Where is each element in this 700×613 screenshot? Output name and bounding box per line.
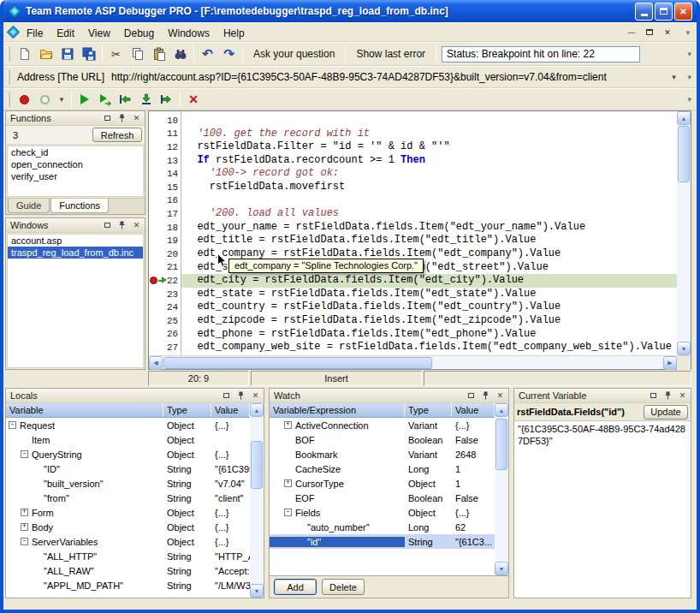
locals-row[interactable]: ItemObject	[6, 432, 250, 447]
expand-icon[interactable]: +	[21, 509, 28, 516]
open-window-item[interactable]: traspd_reg_load_from_db.inc	[8, 247, 143, 259]
column-header[interactable]: Variable/Expression	[270, 403, 405, 417]
breakpoints-dropdown-button[interactable]: ▾	[55, 92, 68, 107]
watch-row[interactable]: BOFBooleanFalse	[270, 432, 495, 447]
watch-vertical-scrollbar[interactable]: ▲ ▼	[495, 403, 508, 575]
vertical-scroll-thumb[interactable]	[495, 419, 507, 470]
menu-file[interactable]: File	[20, 26, 50, 41]
locals-row[interactable]: "from"String"client"	[6, 491, 250, 505]
float-panel-button[interactable]	[648, 390, 659, 402]
debugbar-overflow-chevron[interactable]: ▾	[685, 95, 693, 104]
current-variable-value[interactable]: "{61C395C3-50AF-48B9-95C3-74ad4287DF53}"	[514, 421, 691, 598]
toolbar-grip[interactable]	[8, 69, 10, 85]
menu-help[interactable]: Help	[217, 26, 252, 41]
locals-row[interactable]: "ALL_HTTP"String"HTTP_ACC	[6, 549, 250, 563]
gutter-line-11[interactable]: 11	[149, 128, 181, 141]
locals-row[interactable]: "built_version"String"v7.04"	[6, 476, 250, 491]
code-line-23[interactable]: edt_state = rstFieldData.fields.Item("ed…	[181, 288, 677, 301]
gutter-line-21[interactable]: 21	[149, 261, 181, 275]
pin-panel-button[interactable]	[662, 390, 673, 402]
function-list-item[interactable]: open_connection	[8, 158, 143, 170]
code-line-16[interactable]	[181, 194, 677, 208]
open-file-button[interactable]	[35, 45, 56, 64]
new-file-button[interactable]	[14, 45, 35, 64]
column-header[interactable]: Value	[211, 403, 250, 417]
mdi-minimize-button[interactable]: —	[625, 27, 638, 38]
current-variable-panel-caption[interactable]: Current Variable ✕	[514, 389, 691, 403]
clear-breakpoints-button[interactable]	[34, 90, 55, 109]
code-line-13[interactable]: If rstFieldData.recordcount >= 1 Then	[181, 154, 677, 168]
functions-panel-caption[interactable]: Functions ✕	[6, 111, 145, 126]
float-panel-button[interactable]	[102, 113, 113, 124]
watch-table-header[interactable]: Variable/Expression Type Value	[270, 403, 495, 418]
pin-panel-button[interactable]	[235, 390, 246, 402]
function-list-item[interactable]: verify_user	[8, 170, 143, 182]
code-line-18[interactable]: edt_your_name = rstFieldData.fields.Item…	[181, 221, 677, 235]
locals-row[interactable]: -QueryStringObject{...}	[6, 447, 250, 461]
watch-row[interactable]: "auto_number"Long62	[270, 520, 495, 534]
close-panel-button[interactable]: ✕	[131, 113, 142, 124]
code-line-14[interactable]: '100-> record got ok:	[181, 167, 677, 181]
stop-debug-button[interactable]: ✕	[183, 90, 204, 109]
gutter-line-22[interactable]: 22	[149, 274, 181, 288]
gutter-line-27[interactable]: 27	[149, 341, 181, 354]
float-panel-button[interactable]	[102, 220, 113, 231]
toolbar-grip[interactable]	[8, 46, 10, 62]
code-line-24[interactable]: edt_country = rstFieldData.fields.Item("…	[181, 301, 677, 314]
gutter-line-10[interactable]: 10	[149, 114, 181, 128]
code-line-22[interactable]: edt_city = rstFieldData.fields.Item("edt…	[181, 274, 677, 288]
code-line-12[interactable]: rstFieldData.Filter = "id = '" & id & "'…	[181, 140, 677, 154]
gutter-line-15[interactable]: 15	[149, 181, 181, 194]
code-area[interactable]: '100. get the record with it rstFieldDat…	[181, 111, 677, 355]
add-watch-button[interactable]: Add	[274, 579, 317, 595]
step-into-button[interactable]	[116, 90, 136, 109]
code-line-26[interactable]: edt_phone = rstFieldData.fields.Item("ed…	[181, 328, 677, 342]
column-header[interactable]: Variable	[6, 403, 163, 417]
run-to-cursor-button[interactable]	[95, 90, 116, 109]
editor-horizontal-scrollbar[interactable]: ◀ ▶	[149, 356, 677, 369]
pin-panel-button[interactable]	[116, 220, 128, 231]
toolbar-grip[interactable]	[8, 92, 10, 107]
open-window-item[interactable]: account.asp	[8, 235, 143, 247]
save-all-button[interactable]	[78, 45, 99, 64]
watch-row[interactable]: CacheSizeLong1	[270, 461, 495, 476]
expand-icon[interactable]: +	[21, 523, 28, 531]
gutter-line-23[interactable]: 23	[149, 288, 181, 301]
expand-icon[interactable]: +	[284, 479, 292, 487]
tab-guide[interactable]: Guide	[8, 199, 50, 213]
refresh-button[interactable]: Refresh	[92, 128, 142, 142]
gutter-line-20[interactable]: 20	[149, 247, 181, 261]
menubar-overflow-chevron[interactable]: ▾	[684, 28, 691, 37]
step-out-button[interactable]	[157, 90, 177, 109]
watch-row[interactable]: EOFBooleanFalse	[270, 491, 495, 505]
close-button[interactable]: ✕	[674, 3, 692, 21]
address-dropdown-button[interactable]: ▾	[667, 69, 680, 85]
collapse-icon[interactable]: -	[9, 421, 16, 429]
watch-row[interactable]: +CursorTypeObject1	[270, 476, 495, 491]
address-url-input[interactable]: http://right/account.asp?ID={61C395C3-50…	[111, 71, 667, 83]
locals-row[interactable]: "ID"String"{61C395C	[6, 461, 250, 476]
menu-debug[interactable]: Debug	[117, 26, 161, 41]
paste-button[interactable]	[148, 45, 169, 64]
scroll-up-button[interactable]: ▲	[677, 111, 691, 125]
code-line-17[interactable]: '200. load all values	[181, 207, 677, 221]
locals-panel-caption[interactable]: Locals ✕	[6, 389, 264, 403]
minimize-button[interactable]	[635, 3, 653, 21]
gutter-line-16[interactable]: 16	[149, 194, 181, 208]
gutter-line-12[interactable]: 12	[149, 140, 181, 154]
scroll-down-button[interactable]: ▼	[495, 562, 508, 575]
locals-table-header[interactable]: Variable Type Value	[6, 403, 250, 418]
update-variable-button[interactable]: Update	[644, 405, 688, 420]
editor-vertical-scrollbar[interactable]: ▲ ▼	[677, 111, 691, 355]
column-header[interactable]: Type	[163, 403, 211, 417]
locals-row[interactable]: "APPL_MD_PATH"String"/LM/W3SV	[6, 578, 250, 592]
save-button[interactable]	[56, 45, 78, 64]
scroll-up-button[interactable]: ▲	[250, 403, 264, 417]
maximize-button[interactable]	[655, 3, 673, 21]
menu-edit[interactable]: Edit	[50, 26, 81, 41]
vertical-scroll-thumb[interactable]	[678, 126, 690, 182]
gutter-line-25[interactable]: 25	[149, 314, 181, 328]
delete-watch-button[interactable]: Delete	[322, 579, 365, 595]
code-line-15[interactable]: rstFieldData.movefirst	[181, 181, 677, 194]
pin-panel-button[interactable]	[480, 390, 491, 402]
